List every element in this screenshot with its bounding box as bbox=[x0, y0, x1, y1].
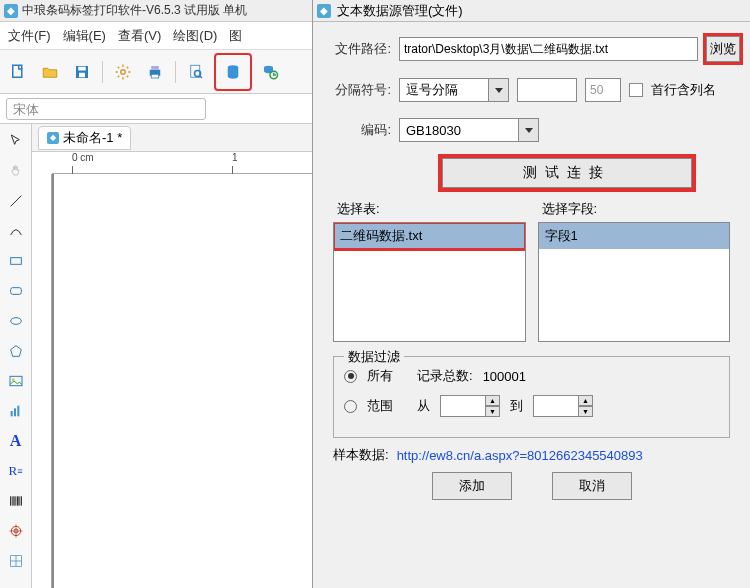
table-listbox[interactable]: 二维码数据.txt bbox=[333, 222, 526, 342]
ruler-horizontal: 0 cm 1 bbox=[52, 152, 312, 174]
svg-rect-16 bbox=[10, 288, 21, 295]
svg-rect-27 bbox=[15, 496, 16, 505]
test-connection-button[interactable]: 测试连接 bbox=[442, 158, 692, 188]
menu-draw[interactable]: 绘图(D) bbox=[173, 27, 217, 45]
document-tabs: ◆ 未命名-1 * bbox=[32, 124, 312, 152]
ellipse-tool[interactable] bbox=[5, 310, 27, 332]
path-input[interactable] bbox=[399, 37, 698, 61]
range-from-input[interactable] bbox=[440, 395, 486, 417]
text-tool[interactable]: A bbox=[5, 430, 27, 452]
line-tool[interactable] bbox=[5, 190, 27, 212]
toolbar bbox=[0, 50, 312, 94]
radio-range-row: 范围 从 ▲▼ 到 ▲▼ bbox=[344, 395, 719, 417]
range-to-input[interactable] bbox=[533, 395, 579, 417]
sample-label: 样本数据: bbox=[333, 446, 389, 464]
path-row: 文件路径: 浏览 bbox=[323, 36, 740, 62]
encoding-select[interactable]: GB18030 bbox=[399, 118, 539, 142]
add-button[interactable]: 添加 bbox=[432, 472, 512, 500]
toolbar-separator bbox=[102, 61, 103, 83]
sample-link[interactable]: http://ew8.cn/a.aspx?=8012662345540893 bbox=[397, 448, 643, 463]
range-to-spinner[interactable]: ▲▼ bbox=[533, 395, 593, 417]
database-button[interactable] bbox=[214, 53, 252, 91]
data-refresh-button[interactable] bbox=[256, 58, 284, 86]
record-count-value: 100001 bbox=[483, 369, 526, 384]
svg-point-4 bbox=[121, 69, 126, 74]
open-button[interactable] bbox=[36, 58, 64, 86]
menu-view[interactable]: 查看(V) bbox=[118, 27, 161, 45]
table-group: 选择表: 二维码数据.txt bbox=[333, 200, 526, 342]
radio-range[interactable] bbox=[344, 400, 357, 413]
radio-range-label: 范围 bbox=[367, 397, 393, 415]
select-table-label: 选择表: bbox=[337, 200, 526, 218]
doc-icon: ◆ bbox=[47, 132, 59, 144]
svg-rect-29 bbox=[19, 496, 20, 505]
field-item[interactable]: 字段1 bbox=[539, 223, 730, 249]
record-count-label: 记录总数: bbox=[417, 367, 473, 385]
svg-rect-24 bbox=[10, 496, 11, 505]
radio-all[interactable] bbox=[344, 370, 357, 383]
svg-rect-7 bbox=[151, 74, 159, 78]
richtext-tool[interactable]: R≡ bbox=[5, 460, 27, 482]
workspace: A R≡ ◆ 未命名-1 * 0 cm 1 bbox=[0, 124, 312, 588]
main-titlebar: ◆ 中琅条码标签打印软件-V6.5.3 试用版 单机 bbox=[0, 0, 312, 22]
app-icon: ◆ bbox=[4, 4, 18, 18]
svg-rect-25 bbox=[12, 496, 13, 505]
new-doc-button[interactable] bbox=[4, 58, 32, 86]
menubar: 文件(F) 编辑(E) 查看(V) 绘图(D) 图 bbox=[0, 22, 312, 50]
delimiter-select[interactable]: 逗号分隔 bbox=[399, 78, 509, 102]
range-from-spinner[interactable]: ▲▼ bbox=[440, 395, 500, 417]
field-listbox[interactable]: 字段1 bbox=[538, 222, 731, 342]
menu-file[interactable]: 文件(F) bbox=[8, 27, 51, 45]
print-button[interactable] bbox=[141, 58, 169, 86]
canvas[interactable] bbox=[52, 174, 312, 588]
menu-edit[interactable]: 编辑(E) bbox=[63, 27, 106, 45]
document-tab[interactable]: ◆ 未命名-1 * bbox=[38, 126, 131, 150]
filter-group: 数据过滤 所有 记录总数: 100001 范围 从 ▲▼ 到 ▲▼ bbox=[333, 356, 730, 438]
grid-tool[interactable] bbox=[5, 550, 27, 572]
settings-button[interactable] bbox=[109, 58, 137, 86]
hand-tool[interactable] bbox=[5, 160, 27, 182]
dialog-title: 文本数据源管理(文件) bbox=[337, 2, 463, 20]
delimiter-label: 分隔符号: bbox=[323, 81, 391, 99]
curve-tool[interactable] bbox=[5, 220, 27, 242]
spin-up-icon[interactable]: ▲ bbox=[579, 395, 593, 406]
preview-button[interactable] bbox=[182, 58, 210, 86]
cancel-button[interactable]: 取消 bbox=[552, 472, 632, 500]
browse-button[interactable]: 浏览 bbox=[706, 36, 740, 62]
encoding-row: 编码: GB18030 bbox=[323, 118, 740, 142]
table-item[interactable]: 二维码数据.txt bbox=[334, 223, 525, 249]
encoding-value: GB18030 bbox=[400, 123, 518, 138]
save-button[interactable] bbox=[68, 58, 96, 86]
delimiter-row: 分隔符号: 逗号分隔 首行含列名 bbox=[323, 78, 740, 102]
spin-up-icon[interactable]: ▲ bbox=[486, 395, 500, 406]
firstrow-checkbox[interactable] bbox=[629, 83, 643, 97]
round-rect-tool[interactable] bbox=[5, 280, 27, 302]
svg-rect-28 bbox=[16, 496, 18, 505]
image-tool[interactable] bbox=[5, 370, 27, 392]
svg-rect-30 bbox=[20, 496, 21, 505]
svg-rect-3 bbox=[79, 72, 85, 77]
custom-delimiter-input[interactable] bbox=[517, 78, 577, 102]
font-family-select[interactable]: 宋体 bbox=[6, 98, 206, 120]
svg-rect-26 bbox=[13, 496, 14, 505]
dialog-footer: 添加 取消 bbox=[323, 472, 740, 500]
barcode-tool[interactable] bbox=[5, 490, 27, 512]
spin-down-icon[interactable]: ▼ bbox=[486, 406, 500, 417]
svg-rect-23 bbox=[17, 406, 19, 417]
rect-tool[interactable] bbox=[5, 250, 27, 272]
spin-down-icon[interactable]: ▼ bbox=[579, 406, 593, 417]
svg-line-10 bbox=[200, 75, 202, 77]
chart-tool[interactable] bbox=[5, 400, 27, 422]
toolbar-separator-2 bbox=[175, 61, 176, 83]
svg-rect-21 bbox=[10, 411, 12, 416]
polygon-tool[interactable] bbox=[5, 340, 27, 362]
ruler-tick-1: 1 bbox=[232, 152, 238, 163]
menu-image-cut[interactable]: 图 bbox=[229, 27, 242, 45]
pointer-tool[interactable] bbox=[5, 130, 27, 152]
sample-row: 样本数据: http://ew8.cn/a.aspx?=801266234554… bbox=[333, 446, 730, 464]
font-name: 宋体 bbox=[13, 102, 39, 117]
encoding-label: 编码: bbox=[323, 121, 391, 139]
svg-rect-15 bbox=[10, 258, 21, 265]
main-window: ◆ 中琅条码标签打印软件-V6.5.3 试用版 单机 文件(F) 编辑(E) 查… bbox=[0, 0, 312, 588]
target-tool[interactable] bbox=[5, 520, 27, 542]
